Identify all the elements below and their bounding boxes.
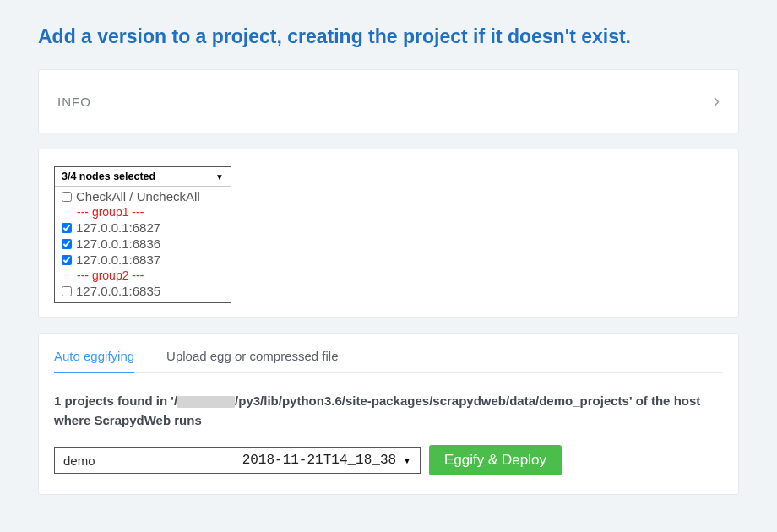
check-all-label: CheckAll / UncheckAll xyxy=(76,189,200,204)
check-all-row[interactable]: CheckAll / UncheckAll xyxy=(62,188,224,204)
node-item[interactable]: 127.0.0.1:6837 xyxy=(62,252,224,268)
info-panel[interactable]: INFO › xyxy=(38,69,739,133)
project-name: demo xyxy=(63,453,242,468)
node-checkbox[interactable] xyxy=(62,239,72,249)
node-label: 127.0.0.1:6835 xyxy=(76,284,160,298)
eggify-deploy-button[interactable]: Eggify & Deploy xyxy=(429,445,562,475)
tab-upload-egg[interactable]: Upload egg or compressed file xyxy=(166,349,338,372)
redacted-path xyxy=(177,396,235,408)
node-label: 127.0.0.1:6827 xyxy=(76,220,160,235)
node-item[interactable]: 127.0.0.1:6836 xyxy=(62,236,224,252)
page-title: Add a version to a project, creating the… xyxy=(38,25,739,48)
projects-found-text: 1 projects found in '//py3/lib/python3.6… xyxy=(54,392,723,430)
node-label: 127.0.0.1:6836 xyxy=(76,236,160,251)
caret-down-icon: ▼ xyxy=(403,456,411,465)
node-label: 127.0.0.1:6837 xyxy=(76,252,160,267)
node-selector-dropdown[interactable]: 3/4 nodes selected ▼ xyxy=(55,167,231,187)
node-selector: 3/4 nodes selected ▼ CheckAll / UncheckA… xyxy=(54,166,231,303)
node-checkbox[interactable] xyxy=(62,255,72,265)
node-list: CheckAll / UncheckAll --- group1 --- 127… xyxy=(55,187,231,302)
node-item[interactable]: 127.0.0.1:6827 xyxy=(62,220,224,236)
group-label: --- group1 --- xyxy=(62,204,224,220)
chevron-right-icon: › xyxy=(714,90,720,112)
tab-auto-eggifying[interactable]: Auto eggifying xyxy=(54,349,134,373)
info-label: INFO xyxy=(57,95,91,109)
node-item[interactable]: 127.0.0.1:6835 xyxy=(62,283,224,299)
caret-down-icon: ▼ xyxy=(215,172,224,182)
node-checkbox[interactable] xyxy=(62,223,72,233)
node-summary: 3/4 nodes selected xyxy=(62,171,155,182)
version-value: 2018-11-21T14_18_38 xyxy=(242,453,396,468)
node-checkbox[interactable] xyxy=(62,286,72,296)
project-version-select[interactable]: demo 2018-11-21T14_18_38 ▼ xyxy=(54,447,421,474)
nodes-panel: 3/4 nodes selected ▼ CheckAll / UncheckA… xyxy=(38,149,739,318)
projects-found-prefix: 1 projects found in '/ xyxy=(54,394,177,408)
deploy-row: demo 2018-11-21T14_18_38 ▼ Eggify & Depl… xyxy=(54,445,723,475)
group-label: --- group2 --- xyxy=(62,268,224,283)
tabs: Auto eggifying Upload egg or compressed … xyxy=(54,349,723,373)
deploy-panel: Auto eggifying Upload egg or compressed … xyxy=(38,333,739,495)
check-all-checkbox[interactable] xyxy=(62,192,72,202)
